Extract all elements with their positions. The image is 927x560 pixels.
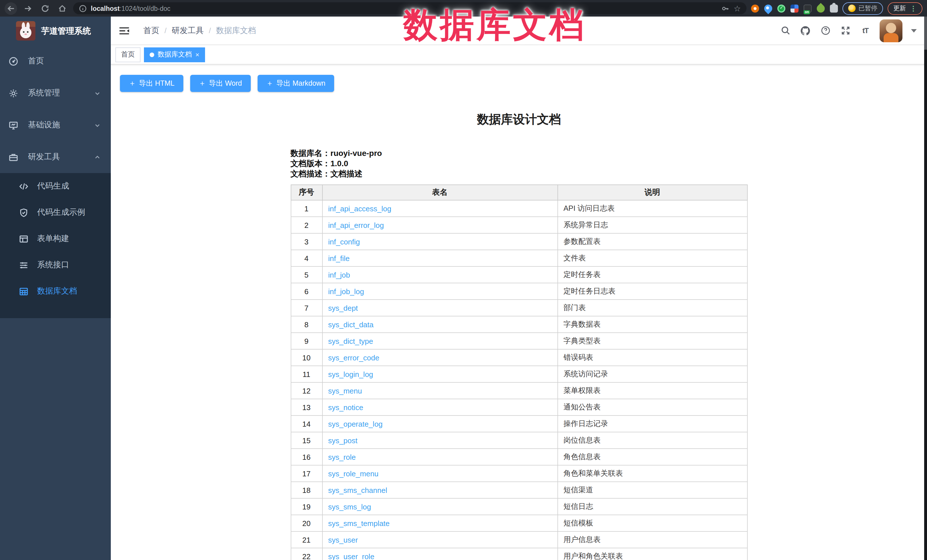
browser-reload-button[interactable] — [39, 2, 52, 15]
sidebar-item-system[interactable]: 系统管理 — [0, 77, 111, 109]
table-row: 9 sys_dict_type 字典类型表 — [291, 333, 747, 349]
sidebar-item-label: 研发工具 — [28, 152, 60, 162]
table-row: 10 sys_error_code 错误码表 — [291, 349, 747, 366]
bookmark-star-icon[interactable]: ☆ — [734, 4, 741, 12]
table-name-link[interactable]: sys_login_log — [328, 370, 373, 378]
extension-paused-badge[interactable]: 已暂停 — [842, 2, 883, 15]
breadcrumb-home[interactable]: 首页 — [143, 26, 160, 36]
sidebar-collapse-button[interactable] — [119, 26, 130, 35]
grid-extension-icon[interactable] — [790, 4, 798, 12]
browser-home-button[interactable] — [56, 2, 68, 15]
sidebar-item-form-builder[interactable]: 表单构建 — [0, 226, 111, 252]
sidebar-item-home[interactable]: 首页 — [0, 45, 111, 77]
extensions-puzzle-icon[interactable] — [830, 4, 838, 12]
github-icon[interactable] — [799, 25, 811, 36]
row-number: 16 — [291, 449, 322, 465]
table-name-link[interactable]: sys_operate_log — [328, 419, 383, 428]
browser-update-button[interactable]: 更新 ⋮ — [887, 2, 922, 15]
row-description: 文件表 — [558, 250, 747, 266]
form-icon — [19, 234, 29, 244]
user-avatar[interactable] — [880, 19, 903, 42]
browser-scrollbar[interactable] — [924, 17, 927, 560]
row-number: 3 — [291, 233, 322, 250]
home-icon — [58, 4, 67, 13]
table-row: 22 sys_user_role 用户和角色关联表 — [291, 548, 747, 560]
table-name-link[interactable]: inf_job — [328, 270, 350, 279]
app-window: 芋道管理系统 首页 系统管理 — [0, 17, 927, 560]
fullscreen-icon[interactable] — [840, 25, 851, 36]
extension-icon[interactable] — [751, 4, 759, 12]
row-description: 通知公告表 — [558, 399, 747, 416]
browser-back-button[interactable] — [5, 2, 17, 15]
table-name-link[interactable]: sys_error_code — [328, 353, 379, 362]
sidebar-item-codegen-demo[interactable]: 代码生成示例 — [0, 199, 111, 226]
table-name-link[interactable]: sys_user_role — [328, 552, 374, 560]
font-size-icon[interactable]: tT — [860, 25, 871, 36]
browser-forward-button[interactable] — [22, 2, 34, 15]
row-number: 22 — [291, 548, 322, 560]
row-description: 角色信息表 — [558, 449, 747, 465]
key-icon[interactable] — [722, 4, 729, 12]
table-name-link[interactable]: sys_sms_channel — [328, 486, 387, 494]
column-header-name: 表名 — [322, 185, 558, 200]
sidebar-item-infrastructure[interactable]: 基础设施 — [0, 109, 111, 141]
table-name-link[interactable]: sys_dict_data — [328, 320, 374, 329]
row-description: API 访问日志表 — [558, 200, 747, 217]
table-row: 18 sys_sms_channel 短信渠道 — [291, 482, 747, 498]
row-description: 系统异常日志 — [558, 217, 747, 233]
scrollbar-thumb[interactable] — [924, 17, 927, 50]
sidebar-item-devtools[interactable]: 研发工具 — [0, 141, 111, 173]
screen: localhost:1024/tool/db-doc ☆ on 已暂停 更新 ⋮ — [0, 0, 927, 560]
table-name-link[interactable]: sys_role_menu — [328, 469, 378, 478]
table-name-link[interactable]: sys_dept — [328, 304, 358, 312]
browser-menu-icon[interactable]: ⋮ — [910, 4, 917, 12]
help-icon[interactable] — [820, 25, 831, 36]
table-name-link[interactable]: inf_api_error_log — [328, 221, 384, 229]
sidebar-item-label: 系统接口 — [37, 260, 69, 270]
user-menu-caret-icon[interactable] — [911, 29, 917, 32]
row-number: 20 — [291, 515, 322, 531]
row-number: 19 — [291, 498, 322, 515]
map-pin-extension-icon[interactable] — [763, 3, 774, 14]
table-name-link[interactable]: sys_sms_log — [328, 502, 371, 511]
check-extension-icon[interactable] — [777, 4, 785, 12]
table-name-link[interactable]: sys_role — [328, 453, 356, 461]
shield-check-icon — [19, 208, 29, 217]
table-name-link[interactable]: sys_dict_type — [328, 337, 373, 345]
export-markdown-button[interactable]: ＋ 导出 Markdown — [257, 75, 334, 92]
breadcrumb-devtools[interactable]: 研发工具 — [172, 26, 204, 36]
leaf-extension-icon[interactable] — [815, 3, 827, 14]
active-dot-icon — [150, 52, 154, 57]
table-name-link[interactable]: inf_api_access_log — [328, 204, 391, 213]
table-name-link[interactable]: inf_job_log — [328, 287, 364, 296]
row-description: 部门表 — [558, 300, 747, 316]
row-description: 定时任务日志表 — [558, 283, 747, 300]
table-name-link[interactable]: sys_post — [328, 436, 357, 445]
tag-db-doc[interactable]: 数据库文档 × — [144, 47, 205, 62]
export-html-button[interactable]: ＋ 导出 HTML — [120, 75, 183, 92]
table-name-link[interactable]: sys_user — [328, 536, 358, 544]
sidebar-item-db-doc[interactable]: 数据库文档 — [0, 278, 111, 304]
button-label: 导出 Word — [209, 79, 242, 88]
tag-home[interactable]: 首页 — [115, 47, 140, 62]
row-number: 12 — [291, 382, 322, 399]
sidebar-item-system-api[interactable]: 系统接口 — [0, 252, 111, 278]
sidebar-item-codegen[interactable]: 代码生成 — [0, 173, 111, 199]
table-name-link[interactable]: inf_config — [328, 237, 360, 246]
switch-extension-icon[interactable]: on — [804, 4, 812, 12]
table-name-link[interactable]: inf_file — [328, 254, 350, 263]
row-number: 10 — [291, 349, 322, 366]
export-word-button[interactable]: ＋ 导出 Word — [190, 75, 251, 92]
url-text: localhost:1024/tool/db-doc — [91, 5, 170, 12]
column-header-no: 序号 — [291, 185, 322, 200]
table-name-link[interactable]: sys_notice — [328, 403, 363, 411]
sidebar-filler — [0, 318, 111, 560]
search-icon[interactable] — [780, 25, 791, 36]
site-info-icon[interactable] — [79, 4, 87, 12]
sidebar-item-label: 首页 — [28, 56, 44, 66]
table-name-link[interactable]: sys_sms_template — [328, 519, 389, 527]
table-name-link[interactable]: sys_menu — [328, 386, 362, 395]
table-icon — [19, 287, 29, 296]
close-icon[interactable]: × — [195, 51, 199, 58]
meta-db-name: 数据库名：ruoyi-vue-pro — [290, 148, 748, 158]
